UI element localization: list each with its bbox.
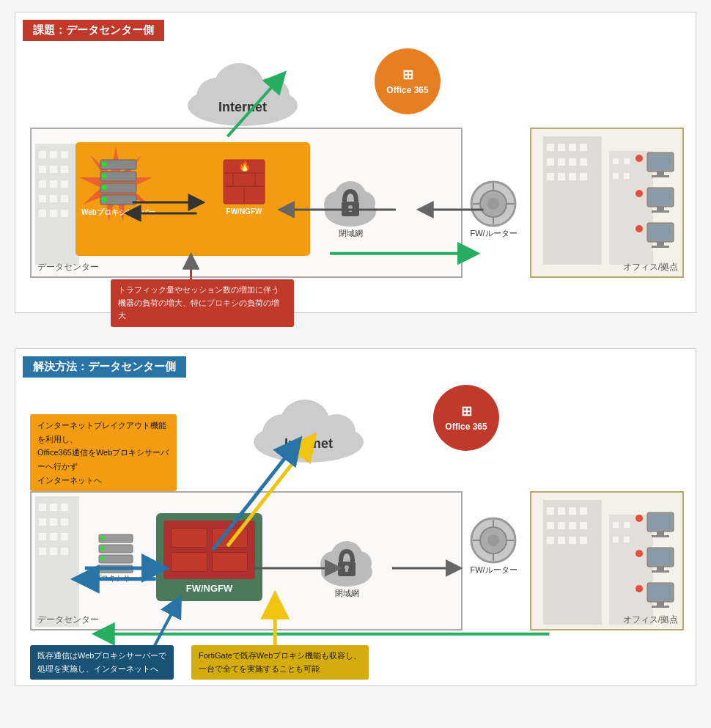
- svg-rect-102: [35, 496, 79, 627]
- svg-rect-164: [649, 585, 671, 600]
- section2-title: 解決方法：データセンター側: [23, 356, 186, 378]
- svg-rect-79: [652, 175, 669, 177]
- annotation-gold-2: FortiGateで既存Webプロキシ機能も収容し、 一台で全てを実施することも…: [191, 645, 369, 680]
- proxy-label-2: Webプロキシサーバー: [79, 573, 152, 584]
- svg-point-31: [102, 174, 106, 178]
- proxy-server-icon-1: Webプロキシサーバー: [81, 158, 155, 218]
- svg-rect-85: [649, 225, 671, 240]
- svg-rect-152: [624, 522, 630, 528]
- svg-rect-60: [547, 144, 554, 151]
- dc-box-1: Webプロキシサーバー 🔥: [30, 128, 463, 278]
- svg-rect-17: [61, 166, 68, 173]
- router-label-1: FW/ルーター: [470, 228, 517, 239]
- svg-rect-129: [345, 567, 348, 572]
- heiki-icon-2: 閉域網: [317, 529, 376, 599]
- dc-label-1: データセンター: [37, 261, 99, 273]
- svg-rect-66: [569, 158, 576, 166]
- svg-rect-61: [558, 144, 565, 151]
- svg-rect-141: [569, 507, 576, 515]
- annotation-red-1: トラフィック量やセッション数の増加に伴う 機器の負荷の増大、特にプロキシの負荷の…: [111, 279, 294, 327]
- section1-title: 課題：データセンター側: [23, 20, 164, 41]
- svg-rect-106: [39, 518, 46, 526]
- office365-label-1: Office 365: [386, 84, 428, 97]
- office365-badge-1: ⊞ Office 365: [375, 48, 441, 114]
- svg-rect-105: [61, 504, 68, 511]
- svg-point-33: [102, 185, 106, 190]
- building-left-2: [32, 493, 83, 628]
- pc-group-1: [646, 151, 675, 249]
- svg-point-35: [102, 197, 106, 202]
- svg-rect-143: [547, 522, 554, 529]
- svg-rect-165: [657, 602, 664, 606]
- svg-text:Internet: Internet: [284, 436, 333, 451]
- office-label-1: オフィス/拠点: [623, 261, 678, 273]
- svg-rect-137: [543, 500, 602, 625]
- svg-rect-157: [657, 532, 664, 535]
- svg-rect-24: [39, 210, 46, 217]
- svg-rect-150: [580, 537, 587, 544]
- svg-rect-86: [657, 242, 664, 246]
- proxy-label-1: Webプロキシサーバー: [81, 207, 155, 218]
- svg-rect-112: [39, 548, 46, 555]
- svg-point-120: [101, 557, 105, 561]
- svg-point-116: [101, 537, 105, 540]
- svg-point-132: [487, 534, 499, 546]
- office365-icon-1: ⊞: [402, 66, 413, 84]
- svg-rect-63: [580, 144, 587, 151]
- svg-rect-87: [652, 246, 669, 248]
- svg-point-122: [101, 567, 105, 571]
- svg-rect-22: [50, 195, 57, 202]
- svg-rect-113: [50, 548, 57, 555]
- svg-rect-65: [558, 158, 565, 166]
- svg-rect-15: [39, 166, 46, 173]
- svg-rect-104: [50, 504, 57, 511]
- svg-rect-153: [613, 537, 619, 543]
- office365-icon-2: ⊞: [461, 402, 472, 421]
- fw-label-2: FW/NGFW: [186, 583, 233, 594]
- office-label-2: オフィス/拠点: [623, 614, 678, 626]
- svg-rect-50: [349, 207, 352, 212]
- cloud-internet-1: Internet: [177, 54, 309, 128]
- svg-rect-78: [657, 172, 664, 175]
- heiki-label-2: 閉域網: [335, 588, 359, 599]
- annotation-text-1: トラフィック量やセッション数の増加に伴う 機器の負荷の増大、特にプロキシの負荷の…: [118, 285, 279, 320]
- office-box-2: オフィス/拠点: [530, 491, 684, 630]
- svg-rect-83: [652, 210, 669, 213]
- office-box-1: オフィス/拠点: [530, 128, 684, 278]
- svg-rect-75: [624, 173, 630, 179]
- svg-rect-149: [569, 537, 576, 544]
- svg-rect-14: [61, 151, 68, 158]
- svg-rect-62: [569, 144, 576, 151]
- annotation-blue-text: 既存通信はWebプロキシサーバーで 処理を実施し、インターネットへ: [37, 651, 166, 673]
- svg-rect-154: [624, 537, 630, 543]
- section-separator: [0, 325, 711, 337]
- cloud-internet-2: Internet Internet: [243, 391, 375, 464]
- svg-rect-103: [39, 504, 46, 511]
- heiki-icon-1: 閉域網: [321, 169, 380, 239]
- svg-rect-148: [558, 537, 565, 544]
- svg-rect-142: [580, 507, 587, 515]
- svg-rect-11: [35, 144, 79, 265]
- router-label-2: FW/ルーター: [470, 565, 517, 576]
- svg-rect-58: [543, 136, 602, 265]
- svg-rect-12: [39, 151, 46, 158]
- svg-rect-64: [547, 158, 554, 166]
- office365-badge-2: ⊞ Office 365: [433, 385, 499, 451]
- svg-rect-70: [569, 173, 576, 180]
- svg-rect-82: [657, 207, 664, 210]
- fortigate-device: FW/NGFW: [156, 513, 262, 601]
- svg-point-118: [101, 547, 105, 551]
- svg-rect-107: [50, 518, 57, 526]
- svg-rect-161: [657, 567, 664, 570]
- svg-rect-21: [39, 195, 46, 202]
- svg-rect-139: [547, 507, 554, 515]
- svg-rect-68: [547, 173, 554, 180]
- svg-rect-77: [649, 155, 671, 169]
- svg-rect-111: [61, 533, 68, 540]
- section2: 解決方法：データセンター側: [15, 348, 696, 686]
- svg-rect-18: [39, 180, 46, 188]
- internet-label-1: Internet: [218, 100, 267, 114]
- svg-rect-25: [50, 210, 57, 217]
- svg-rect-69: [558, 173, 565, 180]
- router-icon-1: FW/ルーター: [470, 180, 517, 239]
